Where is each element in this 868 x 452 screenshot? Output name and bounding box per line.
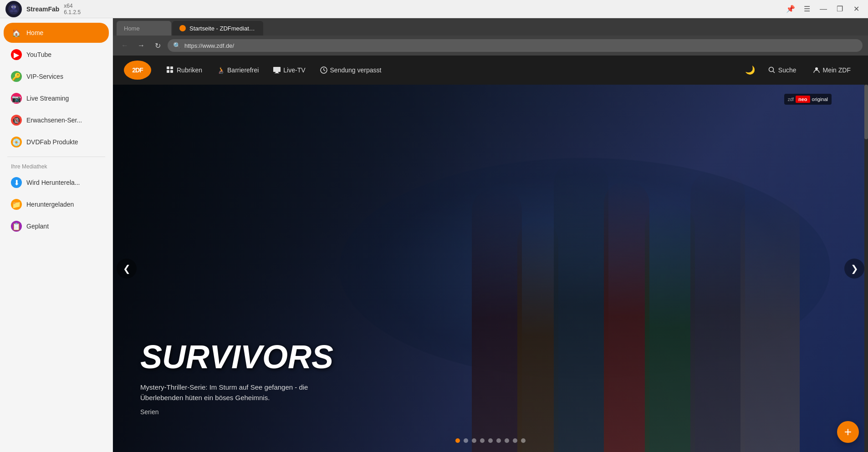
app-version: x64 6.1.2.5 xyxy=(64,3,81,15)
refresh-button[interactable]: ↻ xyxy=(151,39,164,52)
indicator-0[interactable] xyxy=(455,438,460,443)
svg-point-21 xyxy=(815,67,818,70)
vip-icon: 🔑 xyxy=(11,71,22,82)
dark-mode-button[interactable]: 🌙 xyxy=(742,62,758,78)
planned-icon: 📋 xyxy=(11,221,22,232)
sidebar-item-live[interactable]: 📷 Live Streaming xyxy=(4,88,109,108)
app-name: StreamFab xyxy=(26,5,59,13)
zdf-account-button[interactable]: Mein ZDF xyxy=(807,63,857,77)
download-icon: ⬇ xyxy=(11,177,22,188)
zdf-navigation: 2DF Rubriken 🧑‍🦽 Barriere xyxy=(113,56,868,85)
hero-content: SURVIVORS Mystery-Thriller-Serie: Im Stu… xyxy=(140,340,333,416)
app-logo xyxy=(5,1,22,17)
badge-zdf-text: zdf xyxy=(788,97,794,102)
livetv-label: Live-TV xyxy=(283,66,305,74)
svg-line-20 xyxy=(773,71,775,73)
svg-rect-13 xyxy=(273,67,281,72)
minimize-button[interactable]: — xyxy=(817,3,830,15)
url-text: https://www.zdf.de/ xyxy=(184,42,857,49)
menu-button[interactable]: ☰ xyxy=(801,3,813,15)
sidebar-item-planned[interactable]: 📋 Geplant xyxy=(4,216,109,236)
sidebar-downloading-label: Wird Herunterela... xyxy=(26,179,80,186)
tab-home[interactable]: Home xyxy=(117,21,171,36)
sidebar-downloaded-label: Heruntergeladen xyxy=(26,201,74,208)
person-icon xyxy=(813,66,820,74)
address-bar: ← → ↻ 🔍 https://www.zdf.de/ xyxy=(113,36,868,56)
indicator-8[interactable] xyxy=(521,438,526,443)
tab-zdf-label: Startseite - ZDFmediathek xyxy=(189,25,256,32)
indicator-1[interactable] xyxy=(464,438,468,443)
zdf-nav-barrierefrei[interactable]: 🧑‍🦽 Barrierefrei xyxy=(210,63,265,77)
scrollbar[interactable] xyxy=(864,85,868,452)
library-section-label: Ihre Mediathek xyxy=(0,161,112,172)
indicator-3[interactable] xyxy=(480,438,485,443)
tab-zdf[interactable]: Startseite - ZDFmediathek xyxy=(172,21,263,36)
url-bar[interactable]: 🔍 https://www.zdf.de/ xyxy=(168,39,863,52)
carousel-indicators xyxy=(455,438,526,443)
home-tab-label: Home xyxy=(124,25,140,32)
indicator-5[interactable] xyxy=(496,438,501,443)
browser-area: Home Startseite - ZDFmediathek ← → ↻ 🔍 h… xyxy=(113,18,868,452)
svg-rect-12 xyxy=(170,70,173,73)
sidebar-item-downloading[interactable]: ⬇ Wird Herunterela... xyxy=(4,173,109,193)
hero-title: SURVIVORS xyxy=(140,340,333,373)
sidebar-vip-label: VIP-Services xyxy=(26,73,63,80)
carousel-prev-button[interactable]: ❮ xyxy=(117,259,137,279)
zdf-search-icon xyxy=(768,66,776,74)
badge-neo-text: neo xyxy=(796,96,810,103)
zdf-nav-items: Rubriken 🧑‍🦽 Barrierefrei Live-TV xyxy=(160,63,742,77)
sidebar-youtube-label: YouTube xyxy=(26,51,51,58)
suche-label: Suche xyxy=(778,66,797,74)
svg-rect-11 xyxy=(167,70,169,73)
live-icon: 📷 xyxy=(11,93,22,104)
meinzdf-label: Mein ZDF xyxy=(823,66,851,74)
indicator-4[interactable] xyxy=(488,438,493,443)
indicator-7[interactable] xyxy=(513,438,517,443)
scrollbar-thumb[interactable] xyxy=(864,85,868,139)
svg-point-7 xyxy=(12,6,13,7)
tab-bar: Home Startseite - ZDFmediathek xyxy=(113,18,868,36)
svg-line-18 xyxy=(324,70,325,71)
sidebar-divider xyxy=(7,157,105,157)
back-button[interactable]: ← xyxy=(118,39,131,52)
zdf-search-button[interactable]: Suche xyxy=(762,63,803,77)
svg-point-19 xyxy=(769,67,773,72)
sidebar-dvd-label: DVDFab Produkte xyxy=(26,138,78,146)
fab-button[interactable]: + xyxy=(837,421,859,443)
svg-rect-9 xyxy=(167,66,169,69)
zdf-nav-rubriken[interactable]: Rubriken xyxy=(160,63,209,77)
close-button[interactable]: ✕ xyxy=(850,3,863,15)
svg-point-8 xyxy=(15,6,15,7)
sidebar-item-adult[interactable]: 🔞 Erwachsenen-Ser... xyxy=(4,110,109,130)
title-bar-left: StreamFab x64 6.1.2.5 xyxy=(5,1,81,17)
barrierefrei-label: Barrierefrei xyxy=(227,66,259,74)
hero-badge: zdf neo original xyxy=(784,94,832,105)
sidebar-planned-label: Geplant xyxy=(26,223,49,230)
accessibility-icon: 🧑‍🦽 xyxy=(217,66,225,74)
indicator-6[interactable] xyxy=(505,438,509,443)
sidebar-item-dvd[interactable]: 💿 DVDFab Produkte xyxy=(4,132,109,152)
indicator-2[interactable] xyxy=(472,438,476,443)
zdf-favicon xyxy=(179,25,186,31)
sidebar: 🏠 Home ▶ YouTube 🔑 VIP-Services 📷 Live S… xyxy=(0,18,113,452)
forward-button[interactable]: → xyxy=(135,39,148,52)
carousel-next-button[interactable]: ❯ xyxy=(844,259,864,279)
hero-area: zdf neo original SURVIVORS Mystery-Thril… xyxy=(113,85,868,452)
restore-button[interactable]: ❐ xyxy=(833,3,846,15)
svg-point-4 xyxy=(14,10,17,12)
zdf-nav-right: 🌙 Suche Mein ZDF xyxy=(742,62,857,78)
sidebar-adult-label: Erwachsenen-Ser... xyxy=(26,117,82,124)
sidebar-item-home[interactable]: 🏠 Home xyxy=(4,23,109,43)
adult-icon: 🔞 xyxy=(11,115,22,126)
sidebar-home-label: Home xyxy=(26,29,43,36)
zdf-nav-livetv[interactable]: Live-TV xyxy=(267,63,311,77)
zdf-logo: 2DF xyxy=(124,61,151,80)
title-bar: StreamFab x64 6.1.2.5 📌 ☰ — ❐ ✕ xyxy=(0,0,868,18)
zdf-nav-sendung[interactable]: Sendung verpasst xyxy=(314,63,388,77)
sidebar-item-downloaded[interactable]: 📁 Heruntergeladen xyxy=(4,194,109,214)
pin-button[interactable]: 📌 xyxy=(784,3,797,15)
grid-icon xyxy=(167,66,174,74)
sidebar-item-youtube[interactable]: ▶ YouTube xyxy=(4,45,109,65)
dvd-icon: 💿 xyxy=(11,137,22,147)
sidebar-item-vip[interactable]: 🔑 VIP-Services xyxy=(4,66,109,86)
